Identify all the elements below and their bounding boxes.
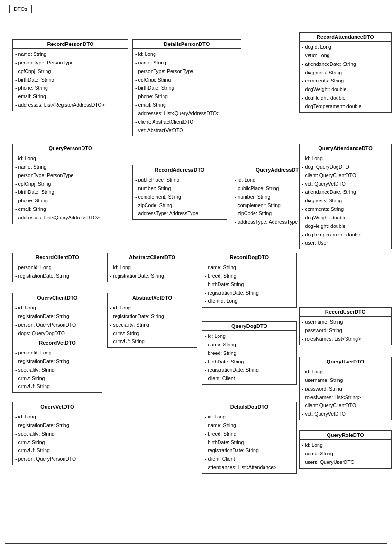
dto-field: - crmv: String — [15, 374, 100, 383]
dto-fields-abstractvetdto: - id: Long- registrationDate: String- sp… — [108, 302, 197, 347]
dto-field: - registrationDate: String — [15, 357, 100, 366]
dto-fields-queryroledto: - id: Long- name: String- users: QueryUs… — [300, 440, 391, 468]
dto-field: - name: String — [205, 341, 294, 349]
dto-box-queryvetdto: QueryVetDTO- id: Long- registrationDate:… — [12, 402, 102, 465]
dto-field: - crmvUf: String — [15, 446, 100, 455]
dto-field: - phone: String — [15, 197, 126, 205]
dto-field: - username: String — [302, 318, 389, 327]
dto-field: - person: QueryPersonDTO — [15, 321, 100, 329]
dto-field: - rolesNames: List<String> — [302, 393, 389, 402]
dto-field: - cpfCnpj: String — [15, 67, 126, 76]
dto-field: - vet: QueryVetDTO — [302, 410, 389, 418]
dto-field: - vetId: Long — [302, 52, 389, 60]
dto-box-queryuserdto: QueryUserDTO- id: Long- username: String… — [299, 357, 392, 420]
dto-field: - cpfCnpj: String — [135, 76, 238, 84]
dto-box-recordattendancedto: RecordAttendanceDTO- dogId: Long- vetId:… — [299, 32, 392, 113]
dto-field: - name: String — [15, 50, 126, 59]
dto-title-abstractclientdto: AbstractClientDTO — [108, 253, 197, 262]
dto-field: - speciality: String — [15, 366, 100, 374]
dto-field: - registrationDate: String — [205, 289, 294, 298]
dto-field: - id: Long — [302, 368, 389, 376]
dto-field: - clientId: Long — [205, 297, 294, 306]
dto-field: - id: Long — [205, 413, 294, 421]
dto-field: - id: Long — [15, 413, 100, 421]
dto-field: - name: String — [15, 163, 126, 172]
dto-field: - birthDate: String — [205, 438, 294, 447]
dto-title-queryvetdto: QueryVetDTO — [13, 402, 102, 411]
dto-field: - dogId: Long — [302, 43, 389, 52]
dto-field: - registrationDate: String — [110, 272, 194, 281]
dto-field: - password: String — [302, 327, 389, 335]
dto-field: - speciality: String — [110, 321, 194, 329]
dto-field: - personType: PersonType — [15, 59, 126, 67]
dto-field: - name: String — [302, 450, 389, 458]
dto-field: - rolesNames: List<String> — [302, 335, 389, 344]
dto-field: - comments: String — [302, 77, 389, 85]
dto-field: - name: String — [135, 59, 238, 67]
dto-field: - registrationDate: String — [110, 312, 194, 321]
dto-field: - dogTemperament: double — [302, 102, 389, 111]
dto-field: - dog: QueryDogDTO — [302, 163, 389, 172]
dto-field: - name: String — [205, 421, 294, 430]
dto-field: - dogHeight: double — [302, 94, 389, 102]
dto-field: - registrationDate: String — [205, 446, 294, 455]
dto-field: - registrationDate: String — [15, 312, 100, 321]
dto-field: - attendanceDate: String — [302, 188, 389, 197]
dto-box-recorduserdto: RecordUserDTO- username: String- passwor… — [299, 307, 392, 345]
dto-field: - vet: AbstractVetDTO — [135, 127, 238, 135]
dto-box-recorddogdto: RecordDogDTO- name: String- breed: Strin… — [202, 253, 297, 308]
dto-fields-recorddogdto: - name: String- breed: String- birthDate… — [202, 262, 296, 307]
dto-field: - dogs: QueryDogDTO — [15, 329, 100, 338]
dto-field: - id: Long — [205, 332, 294, 341]
dto-field: - person: QueryPersonDTO — [15, 455, 100, 463]
dto-field: - phone: String — [15, 84, 126, 92]
dto-fields-queryvetdto: - id: Long- registrationDate: String- sp… — [13, 411, 102, 465]
dto-field: - registrationDate: String — [15, 421, 100, 430]
dto-field: - diagnosis: String — [302, 69, 389, 77]
dto-fields-querydogdto: - id: Long- name: String- breed: String-… — [202, 331, 296, 384]
dto-field: - publicPlace: String — [135, 176, 224, 184]
dto-title-recorduserdto: RecordUserDTO — [300, 308, 391, 317]
dto-field: - client: Client — [205, 455, 294, 463]
dto-field: - id: Long — [135, 50, 238, 59]
dto-box-abstractclientdto: AbstractClientDTO- id: Long- registratio… — [107, 253, 197, 282]
dto-box-queryclientdto: QueryClientDTO- id: Long- registrationDa… — [12, 293, 102, 339]
dto-field: - email: String — [15, 92, 126, 101]
dto-field: - client: QueryClientDTO — [302, 172, 389, 180]
dto-field: - birthDate: String — [15, 188, 126, 197]
dto-field: - client: QueryClientDTO — [302, 401, 389, 410]
dto-field: - personType: PersonType — [15, 172, 126, 180]
dto-field: - addresses: List<QueryAddressDTO> — [135, 109, 238, 118]
dto-field: - speciality: String — [15, 430, 100, 438]
dto-title-recordvetdto: RecordVetDTO — [13, 338, 102, 347]
dto-fields-queryclientdto: - id: Long- registrationDate: String- pe… — [13, 302, 102, 339]
dto-field: - name: String — [205, 263, 294, 272]
dto-field: - registrationDate: String — [15, 272, 100, 281]
dto-fields-queryattendancedto: - id: Long- dog: QueryDogDTO- client: Qu… — [300, 153, 391, 249]
dto-field: - id: Long — [302, 154, 389, 163]
dtos-tab[interactable]: DTOs — [9, 5, 32, 13]
dto-title-querypersondto: QueryPersonDTO — [13, 144, 128, 153]
diagram-area: RecordPersonDTO- name: String- personTyp… — [5, 13, 387, 544]
dto-field: - id: Long — [15, 304, 100, 312]
dto-field: - username: String — [302, 376, 389, 385]
dto-field: - crmvUf: String — [110, 337, 194, 346]
dto-fields-querypersondto: - id: Long- name: String- personType: Pe… — [13, 153, 128, 224]
dto-title-recordclientdto: RecordClientDTO — [13, 253, 102, 262]
dto-box-querydogdto: QueryDogDTO- id: Long- name: String- bre… — [202, 321, 297, 385]
dto-field: - phone: String — [135, 92, 238, 101]
dto-title-recordattendancedto: RecordAttendanceDTO — [300, 33, 391, 42]
dto-title-recordpersondto: RecordPersonDTO — [13, 40, 128, 49]
dto-field: - users: QueryUserDTO — [302, 458, 389, 467]
dto-fields-recordpersondto: - name: String- personType: PersonType- … — [13, 49, 128, 111]
dto-box-recordclientdto: RecordClientDTO- personId: Long- registr… — [12, 253, 102, 282]
dto-box-queryroledto: QueryRoleDTO- id: Long- name: String- us… — [299, 430, 392, 469]
dto-field: - id: Long — [302, 441, 389, 450]
dto-fields-recordattendancedto: - dogId: Long- vetId: Long- attendanceDa… — [300, 42, 391, 112]
dto-fields-detailspersondto: - id: Long- name: String- personType: Pe… — [133, 49, 241, 136]
dto-title-recordaddressdto: RecordAddressDTO — [133, 165, 227, 174]
dto-field: - user: User — [302, 239, 389, 247]
dto-field: - id: Long — [110, 304, 194, 312]
dto-field: - birthDate: String — [205, 281, 294, 289]
dto-field: - personId: Long — [15, 349, 100, 357]
